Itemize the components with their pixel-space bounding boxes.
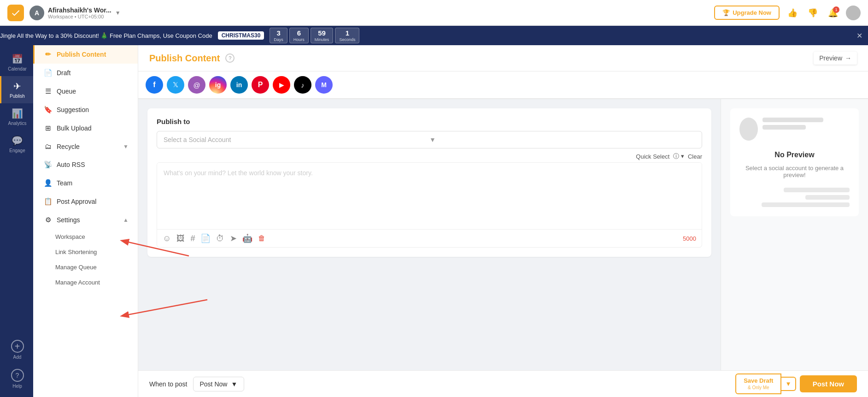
facebook-social-icon[interactable]: f	[146, 76, 163, 94]
banner-close-icon[interactable]: ✕	[856, 31, 862, 40]
preview-bottom-lines	[739, 188, 850, 207]
nav-item-bulk-upload[interactable]: ⊞ Bulk Upload	[33, 119, 138, 137]
quick-select-row: Quick Select ⓘ ▾ Clear	[157, 152, 702, 160]
user-avatar[interactable]	[846, 6, 861, 20]
nav-draft-label: Draft	[57, 69, 70, 77]
twitter-social-icon[interactable]: 𝕏	[167, 76, 184, 94]
engage-label: Engage	[9, 148, 25, 153]
top-bar: A Afirahshaikh's Wor... Workspace • UTC+…	[0, 0, 868, 26]
select-chevron-icon: ▼	[429, 136, 695, 143]
save-draft-button[interactable]: Save Draft & Only Me	[735, 373, 781, 395]
nav-manage-account-label: Manage Account	[55, 279, 100, 286]
nav-manage-queue-label: Manage Queue	[55, 264, 97, 271]
nav-sidebar: ✏ Publish Content 📄 Draft ☰ Queue 🔖 Sugg…	[33, 45, 138, 397]
hashtag-icon[interactable]: #	[190, 234, 195, 243]
notification-bell[interactable]: 🔔 1	[826, 6, 840, 20]
bottom-actions: Save Draft & Only Me ▼ Post Now	[735, 373, 857, 395]
content-header: Publish Content ? Preview →	[138, 45, 868, 71]
content-area: Publish Content ? Preview → f 𝕏 @ ig in …	[138, 45, 868, 397]
sidebar-item-add[interactable]: + Add	[0, 335, 33, 364]
nav-item-auto-rss[interactable]: 📡 Auto RSS	[33, 155, 138, 174]
quick-select-info-icon[interactable]: ⓘ ▾	[673, 152, 684, 160]
app-logo[interactable]	[7, 5, 24, 21]
nav-auto-rss-label: Auto RSS	[57, 161, 85, 168]
nav-sub-item-manage-account[interactable]: Manage Account	[33, 275, 138, 290]
preview-avatar-placeholder	[739, 118, 758, 141]
analytics-label: Analytics	[8, 121, 26, 126]
post-textarea[interactable]	[157, 163, 702, 227]
post-approval-icon: 📋	[44, 197, 52, 206]
workspace-name-area: Afirahshaikh's Wor... Workspace • UTC+05…	[48, 6, 111, 19]
nav-item-queue[interactable]: ☰ Queue	[33, 82, 138, 101]
emoji-icon[interactable]: ☺	[163, 234, 171, 243]
nav-sub-item-workspace[interactable]: Workspace	[33, 229, 138, 244]
workspace-info: A Afirahshaikh's Wor... Workspace • UTC+…	[29, 6, 121, 20]
nav-queue-label: Queue	[57, 88, 76, 95]
nav-team-label: Team	[57, 179, 72, 187]
auto-rss-icon: 📡	[44, 160, 52, 169]
queue-icon: ☰	[44, 87, 52, 95]
linkedin-social-icon[interactable]: in	[230, 76, 248, 94]
document-icon[interactable]: 📄	[200, 233, 211, 243]
youtube-social-icon[interactable]: ▶	[273, 76, 290, 94]
mastodon-social-icon[interactable]: M	[315, 76, 333, 94]
suggestion-icon: 🔖	[44, 106, 52, 114]
preview-text-lines	[762, 118, 850, 130]
nav-workspace-label: Workspace	[55, 233, 85, 240]
sidebar-item-publish[interactable]: ✈ Publish	[0, 76, 33, 103]
settings-chevron-icon: ▲	[123, 217, 129, 223]
workspace-avatar: A	[29, 6, 44, 20]
settings-icon: ⚙	[44, 216, 52, 224]
preview-panel: No Preview Select a social account to ge…	[721, 99, 868, 370]
page-title: Publish Content	[149, 53, 220, 64]
workspace-dropdown-icon[interactable]: ▼	[115, 10, 121, 16]
tiktok-social-icon[interactable]: ♪	[294, 76, 311, 94]
save-draft-sublabel: & Only Me	[748, 385, 769, 391]
sidebar-item-analytics[interactable]: 📊 Analytics	[0, 103, 33, 130]
save-draft-dropdown-button[interactable]: ▼	[781, 377, 796, 391]
social-account-select[interactable]: Select a Social Account ▼	[157, 131, 702, 148]
nav-item-suggestion[interactable]: 🔖 Suggestion	[33, 101, 138, 119]
pinterest-social-icon[interactable]: P	[252, 76, 269, 94]
image-icon[interactable]: 🖼	[176, 234, 185, 243]
nav-item-settings[interactable]: ⚙ Settings ▲	[33, 211, 138, 229]
char-count: 5000	[683, 235, 696, 242]
post-time-select[interactable]: Post Now ▼	[193, 377, 245, 391]
nav-sub-item-manage-queue[interactable]: Manage Queue	[33, 260, 138, 275]
save-draft-label: Save Draft	[744, 377, 773, 385]
threads-social-icon[interactable]: @	[188, 76, 205, 94]
sidebar-item-engage[interactable]: 💬 Engage	[0, 130, 33, 158]
upgrade-button[interactable]: 🏆 Upgrade Now	[714, 6, 780, 20]
preview-line-1	[762, 118, 824, 122]
nav-sub-item-link-shortening[interactable]: Link Shortening	[33, 244, 138, 260]
sidebar-item-calendar[interactable]: 📅 Calendar	[0, 49, 33, 76]
clear-button[interactable]: Clear	[688, 153, 702, 160]
publish-body: Publish to Select a Social Account ▼ Qui…	[138, 99, 868, 370]
boost-icon[interactable]: ➤	[230, 233, 237, 243]
ai-icon[interactable]: 🤖	[242, 233, 252, 243]
nav-item-team[interactable]: 👤 Team	[33, 174, 138, 192]
dislike-button[interactable]: 👎	[805, 6, 820, 20]
countdown-days: 3 Days	[270, 28, 287, 43]
notification-badge: 1	[833, 6, 839, 13]
delete-icon[interactable]: 🗑	[258, 234, 265, 243]
schedule-icon[interactable]: ⏱	[216, 234, 224, 243]
preview-button[interactable]: Preview →	[814, 52, 857, 65]
recycle-icon: 🗂	[44, 142, 52, 150]
recycle-chevron-icon: ▼	[123, 143, 129, 150]
nav-item-recycle[interactable]: 🗂 Recycle ▼	[33, 137, 138, 155]
select-placeholder: Select a Social Account	[164, 136, 429, 143]
instagram-social-icon[interactable]: ig	[209, 76, 227, 94]
like-button[interactable]: 👍	[785, 6, 800, 20]
nav-bulk-upload-label: Bulk Upload	[57, 124, 92, 132]
help-circle-icon[interactable]: ?	[225, 53, 235, 63]
nav-item-publish-content[interactable]: ✏ Publish Content	[33, 45, 138, 64]
publish-to-label: Publish to	[157, 118, 702, 125]
sidebar-item-help[interactable]: ? Help	[0, 364, 33, 393]
promo-banner: Jingle All the Way to a 30% Discount! 🎄 …	[0, 26, 868, 45]
draft-icon: 📄	[44, 69, 52, 77]
nav-item-draft[interactable]: 📄 Draft	[33, 64, 138, 82]
post-now-button[interactable]: Post Now	[800, 375, 857, 392]
analytics-icon: 📊	[12, 108, 23, 119]
nav-item-post-approval[interactable]: 📋 Post Approval	[33, 192, 138, 211]
